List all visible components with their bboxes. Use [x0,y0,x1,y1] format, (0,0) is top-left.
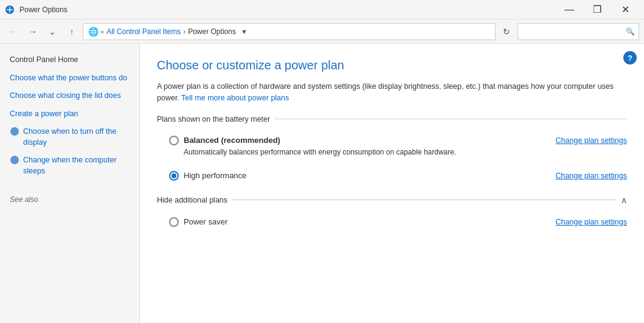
title-bar-controls: — ❐ ✕ [555,0,639,19]
address-dropdown-button[interactable]: ▼ [241,28,248,35]
page-title: Choose or customize a power plan [157,58,627,72]
maximize-button[interactable]: ❐ [583,0,611,19]
plan-item-power-saver: Power saver Change plan settings [157,212,627,234]
plan-item-high-performance: High performance Change plan settings [157,166,627,188]
plans-shown-header: Plans shown on the battery meter [157,115,627,123]
hide-additional-header: Hide additional plans ∧ [157,195,627,205]
address-field: 🌐 « All Control Panel Items › Power Opti… [83,23,496,40]
title-bar-title: Power Options [19,5,68,14]
sidebar-item-computer-sleeps[interactable]: Change when the computer sleeps [0,151,139,180]
display-icon [10,127,19,136]
search-input[interactable] [522,27,626,36]
refresh-button[interactable]: ↻ [498,23,515,40]
title-bar: Power Options — ❐ ✕ [0,0,644,19]
learn-more-link[interactable]: Tell me more about power plans [181,94,289,102]
plan-item-balanced: Balanced (recommended) Change plan setti… [157,131,627,166]
content-area: ? Choose or customize a power plan A pow… [140,44,644,323]
plan-desc-balanced: Automatically balances performance with … [184,148,627,156]
section-divider-2 [232,200,616,200]
up-button[interactable]: ↑ [63,23,80,40]
minimize-button[interactable]: — [555,0,583,19]
main-layout: Control Panel Home Choose what the power… [0,44,644,323]
search-icon: 🔍 [626,27,635,36]
breadcrumb-separator1: « [100,28,104,35]
breadcrumb-arrow: › [183,27,185,36]
title-bar-icon [5,5,15,15]
address-bar: ← → ⌄ ↑ 🌐 « All Control Panel Items › Po… [0,19,644,44]
back-button[interactable]: ← [5,23,22,40]
sidebar-item-power-buttons[interactable]: Choose what the power buttons do [0,69,139,88]
sleep-icon [10,155,19,165]
sidebar-item-turn-off-display[interactable]: Choose when to turn off the display [0,123,139,151]
hide-additional-label: Hide additional plans [157,196,232,204]
svg-point-2 [10,156,19,164]
recent-locations-button[interactable]: ⌄ [44,23,61,40]
sidebar-item-closing-lid[interactable]: Choose what closing the lid does [0,87,139,105]
content-description: A power plan is a collection of hardware… [157,81,627,104]
search-box[interactable]: 🔍 [518,23,639,40]
radio-balanced[interactable] [169,136,179,145]
plans-shown-label: Plans shown on the battery meter [157,115,275,123]
change-plan-balanced[interactable]: Change plan settings [556,136,627,145]
close-button[interactable]: ✕ [611,0,639,19]
plan-name-balanced: Balanced (recommended) [184,136,280,145]
radio-power-saver[interactable] [169,217,179,227]
change-plan-high-performance[interactable]: Change plan settings [556,172,627,180]
radio-high-performance[interactable] [169,171,179,181]
plan-name-high-performance: High performance [184,171,246,180]
sidebar-item-create-power-plan[interactable]: Create a power plan [0,105,139,123]
sidebar-item-control-panel-home[interactable]: Control Panel Home [0,51,139,69]
address-icon: 🌐 [88,27,98,36]
sidebar: Control Panel Home Choose what the power… [0,44,140,323]
section-divider [275,119,627,119]
change-plan-power-saver[interactable]: Change plan settings [556,218,627,226]
radio-selected-dot [171,173,176,178]
see-also-label: See also [0,192,48,207]
breadcrumb-part2: Power Options [188,27,236,36]
plan-name-power-saver: Power saver [184,217,227,226]
collapse-icon[interactable]: ∧ [616,195,627,205]
svg-point-1 [10,127,19,136]
breadcrumb-part1: All Control Panel Items [106,27,181,36]
forward-button[interactable]: → [24,23,41,40]
help-button[interactable]: ? [623,51,637,64]
